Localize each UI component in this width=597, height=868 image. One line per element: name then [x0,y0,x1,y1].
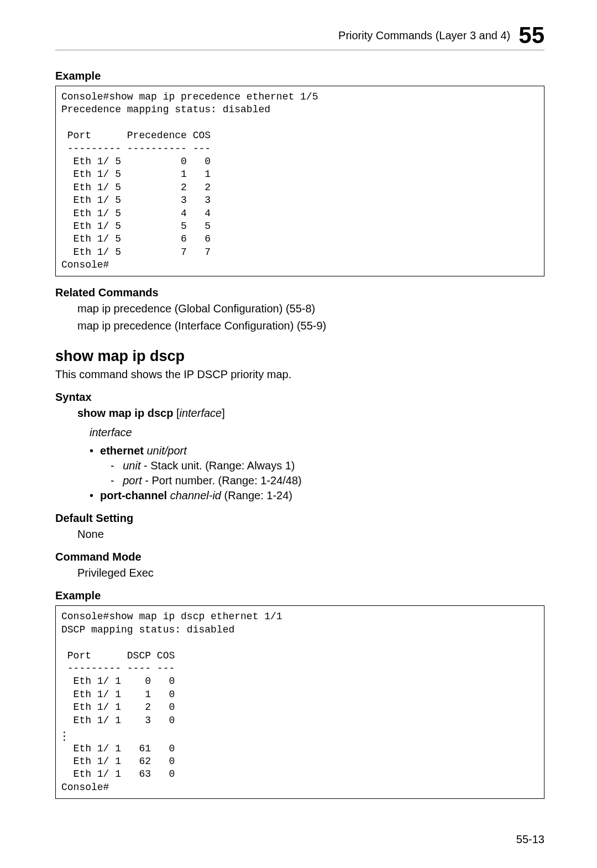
ethernet-italic: unit/port [146,445,186,457]
command-mode-heading: Command Mode [55,551,544,563]
default-setting-value: None [77,528,544,541]
command-description: This command shows the IP DSCP priority … [55,368,544,381]
vertical-ellipsis-icon: . . . [61,729,538,741]
portchannel-italic: channel-id [170,489,221,501]
chapter-number: 55 [519,22,544,49]
example2-heading: Example [55,589,544,602]
port-label: port [123,474,142,487]
sub-unit: - unit - Stack unit. (Range: Always 1) [111,459,544,472]
command-name: show map ip dscp [55,348,544,365]
portchannel-bold: port-channel [100,489,167,501]
header-title: Priority Commands (Layer 3 and 4) [338,29,510,42]
example2-code: Console#show map ip dscp ethernet 1/1 DS… [55,605,544,799]
bullet-dot-icon: • [90,489,93,502]
default-setting-heading: Default Setting [55,512,544,525]
unit-label: unit [123,459,140,472]
related-commands-heading: Related Commands [55,286,544,299]
example1-heading: Example [55,70,544,82]
related-command-1: map ip precedence (Global Configuration)… [77,302,544,315]
command-mode-value: Privileged Exec [77,567,544,579]
syntax-heading: Syntax [55,391,544,404]
bullet-ethernet: • ethernet unit/port [90,445,544,457]
bullet-dot-icon: • [90,445,93,457]
page-number: 55-13 [516,833,544,846]
ethernet-bold: ethernet [100,445,144,457]
related-command-2: map ip precedence (Interface Configurati… [77,320,544,332]
page-header: Priority Commands (Layer 3 and 4) 55 [55,22,544,50]
sub-port: - port - Port number. (Range: 1-24/48) [111,474,544,487]
syntax-line: show map ip dscp [interface] [77,407,544,420]
example1-code: Console#show map ip precedence ethernet … [55,86,544,276]
portchannel-rest: (Range: 1-24) [221,489,292,501]
syntax-command-italic: interface [179,407,222,419]
bullet-portchannel: • port-channel channel-id (Range: 1-24) [90,489,544,502]
syntax-command-bold: show map ip dscp [77,407,173,419]
syntax-param-interface: interface [90,426,544,439]
example2-code-top: Console#show map ip dscp ethernet 1/1 DS… [61,611,282,725]
port-desc: - Port number. (Range: 1-24/48) [142,474,302,487]
example2-code-bottom: Eth 1/ 1 61 0 Eth 1/ 1 62 0 Eth 1/ 1 63 … [61,743,175,793]
unit-desc: - Stack unit. (Range: Always 1) [140,459,295,472]
